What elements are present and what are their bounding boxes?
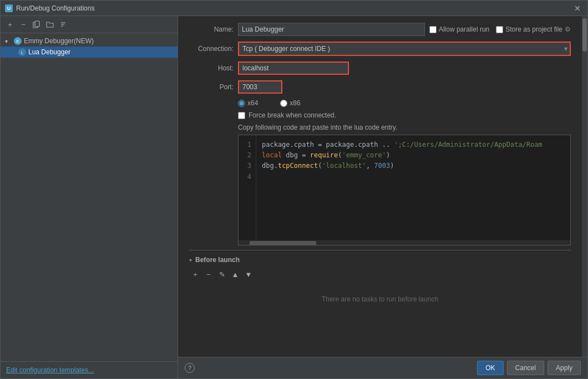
code-comma: , xyxy=(366,162,374,170)
code-scrollbar-thumb xyxy=(250,241,316,245)
code-str1: ';C:/Users/Administrator/AppData/Roam xyxy=(394,141,542,148)
gear-icon[interactable]: ⚙ xyxy=(565,25,571,33)
code-emmy-str: 'emmy_core' xyxy=(342,151,386,159)
line-numbers: 1 2 3 4 xyxy=(239,135,256,240)
ok-button[interactable]: OK xyxy=(477,361,503,375)
tree-item-lua-debugger[interactable]: L Lua Debugger xyxy=(1,47,178,58)
right-panel: Name: Allow parallel run Store as projec… xyxy=(178,16,587,378)
arch-radio-row: x64 x86 xyxy=(238,99,571,107)
code-lines: package.cpath = package.cpath .. ';C:/Us… xyxy=(256,135,570,240)
host-row: Host: xyxy=(189,62,571,75)
before-launch-move-up-button[interactable]: ▲ xyxy=(229,268,241,280)
before-launch-edit-button[interactable]: ✎ xyxy=(216,268,228,280)
code-paren1: ( xyxy=(338,151,342,159)
folder-config-button[interactable] xyxy=(44,18,56,30)
right-scrollbar-track[interactable] xyxy=(582,16,587,357)
tree-group-emmy[interactable]: ▾ E Emmy Debugger(NEW) xyxy=(1,35,178,47)
name-label: Name: xyxy=(189,25,234,33)
before-launch-toolbar: + − ✎ ▲ ▼ xyxy=(189,268,571,280)
remove-config-button[interactable]: − xyxy=(17,18,29,30)
connection-select-wrapper: Tcp ( Debugger connect IDE ) Tcp ( IDE c… xyxy=(238,42,571,56)
add-config-button[interactable]: + xyxy=(4,18,16,30)
force-break-checkbox[interactable] xyxy=(238,112,245,119)
svg-rect-1 xyxy=(35,21,39,27)
arch-x86-radio[interactable] xyxy=(280,100,287,107)
arch-x64-radio-item[interactable]: x64 xyxy=(238,99,258,107)
before-launch-arrow-icon: ▾ xyxy=(189,257,192,263)
store-as-project-label: Store as project file xyxy=(505,25,562,33)
store-as-project-row: Store as project file ⚙ xyxy=(496,25,571,33)
code-localhost-str: 'localhost' xyxy=(322,162,366,170)
lua-icon: L xyxy=(18,48,26,56)
cancel-button[interactable]: Cancel xyxy=(507,361,544,375)
name-row: Name: Allow parallel run Store as projec… xyxy=(189,23,571,36)
header-right-options: Allow parallel run Store as project file… xyxy=(429,25,571,33)
connection-select[interactable]: Tcp ( Debugger connect IDE ) Tcp ( IDE c… xyxy=(238,42,571,56)
code-line-2: local dbg = require('emmy_core') xyxy=(262,150,565,161)
config-toolbar: + − xyxy=(1,16,178,33)
bottom-bar: ? OK Cancel Apply xyxy=(178,357,587,378)
port-input[interactable] xyxy=(238,80,282,94)
arch-x64-radio[interactable] xyxy=(238,100,245,107)
code-scrollbar[interactable] xyxy=(239,240,570,245)
code-line-3: dbg.tcpConnect('localhost', 7003) xyxy=(262,161,565,171)
bottom-left: ? xyxy=(185,363,195,373)
copy-config-button[interactable] xyxy=(31,18,43,30)
code-line-4 xyxy=(262,172,565,182)
title-bar: U Run/Debug Configurations ✕ xyxy=(1,1,587,16)
code-dbg2: dbg. xyxy=(262,162,278,170)
code-port-num: 7003 xyxy=(374,162,390,170)
code-block-inner: 1 2 3 4 package.cpath = package.cpath ..… xyxy=(239,135,570,240)
left-panel: + − xyxy=(1,16,178,378)
tree-group-label: Emmy Debugger(NEW) xyxy=(24,37,94,45)
code-block: 1 2 3 4 package.cpath = package.cpath ..… xyxy=(238,135,571,245)
window-title: Run/Debug Configurations xyxy=(16,4,94,12)
help-button[interactable]: ? xyxy=(185,363,195,373)
code-pkg: package.cpath = package.cpath .. xyxy=(262,141,394,148)
port-label: Port: xyxy=(189,83,234,91)
instruction-text: Copy following code and paste into the l… xyxy=(238,124,571,131)
allow-parallel-label: Allow parallel run xyxy=(439,25,489,33)
config-tree: ▾ E Emmy Debugger(NEW) L Lua Debugger xyxy=(1,33,178,361)
allow-parallel-checkbox[interactable] xyxy=(429,26,437,33)
code-line-1: package.cpath = package.cpath .. ';C:/Us… xyxy=(262,140,565,150)
before-launch-move-down-button[interactable]: ▼ xyxy=(242,268,255,280)
line-num-4: 4 xyxy=(243,172,251,182)
line-num-2: 2 xyxy=(243,150,251,161)
right-scrollbar-thumb xyxy=(582,18,587,52)
allow-parallel-row: Allow parallel run xyxy=(429,25,489,33)
name-input[interactable] xyxy=(238,23,425,36)
line-num-1: 1 xyxy=(243,140,251,150)
code-dbg-var: dbg = xyxy=(286,151,310,159)
port-row: Port: xyxy=(189,80,571,94)
before-launch-label: Before launch xyxy=(195,256,240,264)
before-launch-section: ▾ Before launch + − ✎ ▲ ▼ There are no t… xyxy=(189,250,571,316)
host-input[interactable] xyxy=(238,62,349,75)
line-num-3: 3 xyxy=(243,161,251,171)
config-content: Name: Allow parallel run Store as projec… xyxy=(178,16,582,357)
arch-x86-label: x86 xyxy=(290,99,300,107)
title-bar-left: U Run/Debug Configurations xyxy=(5,4,94,12)
store-as-project-checkbox[interactable] xyxy=(496,26,503,33)
apply-button[interactable]: Apply xyxy=(548,361,581,375)
before-launch-add-button[interactable]: + xyxy=(189,268,201,280)
tree-child-label: Lua Debugger xyxy=(28,48,70,56)
run-debug-configurations-window: U Run/Debug Configurations ✕ + − xyxy=(0,0,588,379)
close-button[interactable]: ✕ xyxy=(572,3,583,14)
host-label: Host: xyxy=(189,64,234,72)
connection-row: Connection: Tcp ( Debugger connect IDE )… xyxy=(189,42,571,56)
code-require-fn: require xyxy=(310,151,338,159)
force-break-row: Force break when connected. xyxy=(238,111,571,119)
sort-config-button[interactable] xyxy=(57,18,69,30)
emmy-icon: E xyxy=(14,37,22,45)
code-paren2: ) xyxy=(386,151,390,159)
app-icon: U xyxy=(5,4,13,12)
arch-x86-radio-item[interactable]: x86 xyxy=(280,99,300,107)
code-connect-fn: tcpConnect xyxy=(278,162,318,170)
before-launch-header[interactable]: ▾ Before launch xyxy=(189,254,571,266)
edit-config-templates-link[interactable]: Edit configuration templates... xyxy=(1,361,178,378)
connection-label: Connection: xyxy=(189,45,234,53)
before-launch-remove-button[interactable]: − xyxy=(202,268,215,280)
main-body: + − xyxy=(1,16,587,378)
bottom-buttons: OK Cancel Apply xyxy=(477,361,581,375)
